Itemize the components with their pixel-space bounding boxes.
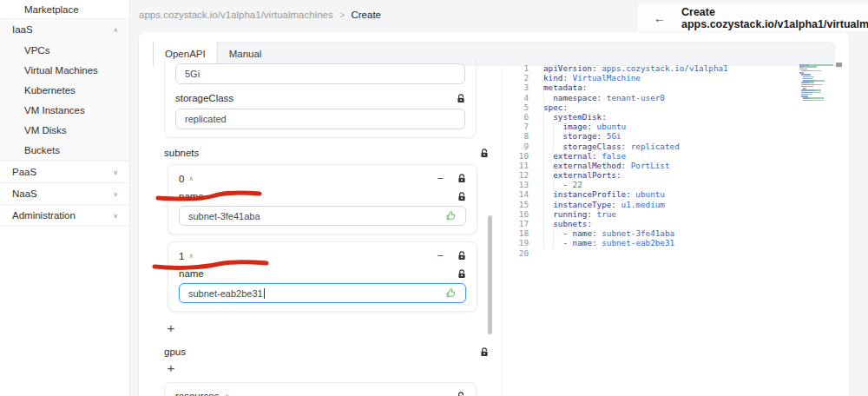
- sidebar-section-paas[interactable]: PaaS ∨: [0, 161, 129, 182]
- collapse-chevron-icon: ∧: [188, 175, 194, 182]
- sidebar-item-label: VPCs: [24, 45, 49, 56]
- resources-expander[interactable]: resources ∨: [164, 382, 477, 396]
- storage-class-value: replicated: [185, 114, 456, 124]
- subnet-item-header[interactable]: 0 ∧ −: [179, 172, 466, 185]
- sidebar-item-buckets[interactable]: Buckets: [0, 140, 129, 160]
- remove-item-button[interactable]: −: [437, 172, 444, 185]
- chevron-down-icon: ∨: [114, 190, 119, 198]
- lock-icon[interactable]: [457, 174, 466, 183]
- breadcrumb-path[interactable]: apps.cozystack.io/v1alpha1/virtualmachin…: [139, 10, 333, 20]
- sidebar-section-label: NaaS: [12, 188, 37, 199]
- field-label: resources: [175, 391, 220, 396]
- subnet-index: 0: [179, 174, 184, 184]
- lock-icon[interactable]: [457, 94, 465, 103]
- subnet-item-1: 1 ∧ − name subnet-eab2be31: [168, 241, 477, 312]
- subnet-item-header[interactable]: 1 ∧ −: [179, 249, 466, 262]
- drawer-title: Create apps.cozystack.io/v1alpha1/virtua…: [681, 6, 868, 30]
- editor-minimap[interactable]: [799, 64, 838, 103]
- sidebar-item-label: Buckets: [24, 145, 60, 155]
- lock-icon[interactable]: [457, 251, 466, 261]
- storage-input[interactable]: 5Gi: [175, 63, 465, 84]
- sidebar-section-iaas[interactable]: IaaS ∧: [0, 18, 129, 40]
- storage-value: 5Gi: [185, 69, 456, 79]
- sidebar-section-label: IaaS: [12, 24, 33, 35]
- sidebar-item-virtual-machines[interactable]: Virtual Machines: [0, 60, 129, 80]
- sidebar-item-label: Marketplace: [24, 4, 79, 15]
- chevron-down-icon: ∨: [114, 168, 119, 176]
- chevron-down-icon: ∨: [114, 212, 119, 220]
- field-label: gpus: [164, 346, 186, 357]
- sidebar-section-naas[interactable]: NaaS ∨: [0, 182, 129, 204]
- field-label: name: [179, 268, 204, 279]
- add-subnet-button[interactable]: +: [165, 320, 177, 335]
- subnet-name-value: subnet-3fe41aba: [188, 211, 445, 221]
- text-caret: [264, 288, 265, 299]
- name-label-row: name: [179, 190, 466, 202]
- sidebar: Marketplace IaaS ∧ VPCs Virtual Machines…: [0, 0, 130, 396]
- remove-item-button[interactable]: −: [437, 249, 444, 262]
- sidebar-item-label: Virtual Machines: [24, 65, 98, 76]
- subnet-item-0: 0 ∧ − name subnet-3fe41aba: [168, 164, 477, 234]
- breadcrumb-separator: >: [339, 10, 345, 20]
- sidebar-group-iaas: IaaS ∧ VPCs Virtual Machines Kubernetes …: [0, 18, 129, 161]
- collapse-chevron-icon: ∧: [188, 252, 194, 260]
- sidebar-item-marketplace[interactable]: Marketplace: [0, 0, 129, 18]
- thumb-up-icon[interactable]: [445, 287, 457, 299]
- subnet-name-input-0[interactable]: subnet-3fe41aba: [179, 206, 466, 226]
- sidebar-item-label: VM Disks: [24, 125, 67, 135]
- subnet-name-value: subnet-eab2be31: [188, 288, 263, 299]
- sidebar-section-administration[interactable]: Administration ∨: [0, 204, 129, 226]
- storage-class-input[interactable]: replicated: [175, 109, 465, 129]
- field-label: storageClass: [175, 93, 233, 103]
- expand-chevron-icon: ∨: [225, 393, 230, 396]
- sidebar-item-label: Kubernetes: [24, 85, 76, 96]
- create-form-card: OpenAPI Manual 5Gi storageClass replicat…: [139, 32, 849, 396]
- add-gpu-button[interactable]: +: [165, 360, 177, 375]
- sidebar-item-kubernetes[interactable]: Kubernetes: [0, 80, 129, 100]
- lock-icon[interactable]: [457, 392, 465, 396]
- breadcrumb: apps.cozystack.io/v1alpha1/virtualmachin…: [139, 10, 381, 20]
- subnet-name-input-1[interactable]: subnet-eab2be31: [179, 283, 466, 303]
- lock-icon[interactable]: [480, 148, 489, 158]
- storage-class-label-row: storageClass: [175, 92, 465, 104]
- sidebar-section-label: Administration: [12, 210, 76, 221]
- subnets-label-row: subnets: [164, 147, 489, 159]
- field-label: subnets: [164, 148, 199, 158]
- form-column: 5Gi storageClass replicated subnets 0 ∧: [153, 59, 491, 396]
- editor-scrollbar[interactable]: [836, 63, 842, 67]
- gpus-label-row: gpus: [164, 346, 489, 358]
- form-scrollbar[interactable]: [488, 215, 492, 334]
- subnet-index: 1: [179, 251, 184, 261]
- breadcrumb-current: Create: [351, 10, 381, 20]
- lock-icon[interactable]: [480, 347, 489, 357]
- sidebar-item-vm-instances[interactable]: VM Instances: [0, 100, 129, 120]
- lock-icon[interactable]: [457, 192, 466, 201]
- page: Marketplace IaaS ∧ VPCs Virtual Machines…: [0, 0, 868, 396]
- field-label: name: [179, 191, 204, 201]
- thumb-up-icon[interactable]: [445, 210, 457, 221]
- back-arrow-icon[interactable]: ←: [654, 11, 666, 25]
- chevron-up-icon: ∧: [114, 26, 119, 34]
- sidebar-item-vpcs[interactable]: VPCs: [0, 40, 129, 60]
- system-disk-group: 5Gi storageClass replicated: [164, 59, 477, 138]
- name-label-row: name: [179, 267, 466, 280]
- sidebar-item-label: VM Instances: [24, 105, 85, 116]
- drawer-header: ← Create apps.cozystack.io/v1alpha1/virt…: [638, 4, 868, 31]
- sidebar-section-label: PaaS: [12, 167, 36, 177]
- code-area[interactable]: 1apiVersion: apps.cozystack.io/v1alpha12…: [503, 63, 849, 258]
- sidebar-item-vm-disks[interactable]: VM Disks: [0, 120, 129, 140]
- yaml-editor: 1apiVersion: apps.cozystack.io/v1alpha12…: [502, 61, 849, 396]
- lock-icon[interactable]: [457, 269, 466, 279]
